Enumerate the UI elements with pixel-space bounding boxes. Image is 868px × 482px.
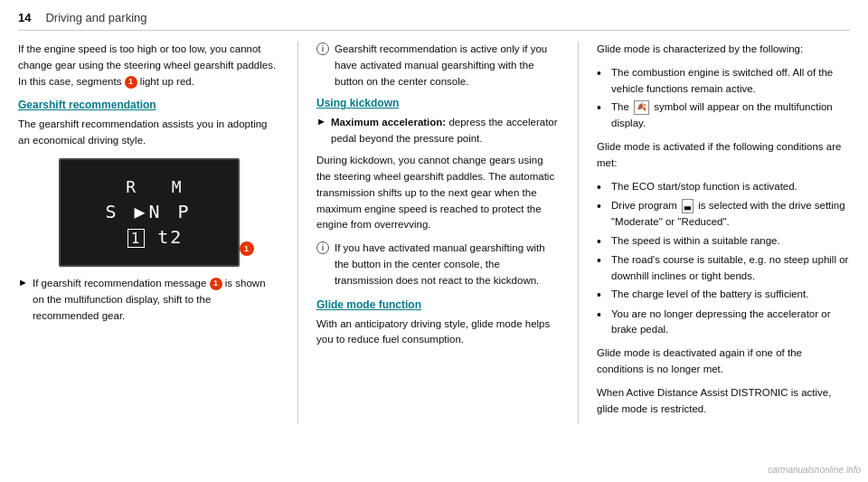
col-middle: i Gearshift recommendation is active onl… bbox=[298, 42, 579, 424]
kickdown-arrow-item: ► Maximum acceleration: depress the acce… bbox=[316, 115, 560, 147]
gear-display: R M S ▶N P 1 t2 bbox=[59, 158, 240, 267]
condition-text-5: The charge level of the battery is suffi… bbox=[611, 287, 808, 303]
condition-1: • The ECO start/stop function is activat… bbox=[597, 179, 850, 195]
drive-program-icon: ▃ bbox=[682, 199, 693, 213]
bullet-item-2: • The 🍂 symbol will appear on the multif… bbox=[597, 99, 850, 132]
glide-bullet-list-1: • The combustion engine is switched off.… bbox=[597, 65, 850, 132]
active-distronic: When Active Distance Assist DISTRONIC is… bbox=[597, 385, 850, 418]
condition-4: • The road's course is suitable, e.g. no… bbox=[597, 252, 850, 285]
glide-heading: Glide mode function bbox=[316, 298, 560, 311]
gear-row3: 1 t2 bbox=[105, 224, 192, 250]
gearshift-heading: Gearshift recommendation bbox=[18, 99, 279, 111]
condition-3: • The speed is within a suitable range. bbox=[597, 233, 850, 250]
intro-paragraph: If the engine speed is too high or too l… bbox=[18, 42, 279, 90]
badge-1-intro: 1 bbox=[125, 76, 137, 89]
condition-text-6: You are no longer depressing the acceler… bbox=[611, 307, 850, 339]
kickdown-bold: Maximum acceleration: bbox=[331, 117, 446, 128]
bullet-text-1: The combustion engine is switched off. A… bbox=[611, 65, 850, 98]
kickdown-arrow-icon: ► bbox=[316, 116, 326, 127]
kickdown-heading: Using kickdown bbox=[316, 97, 560, 109]
bullet-dot-c5: • bbox=[597, 287, 606, 303]
bullet-dot-c3: • bbox=[597, 233, 606, 250]
arrow-icon: ► bbox=[18, 277, 27, 288]
eco-icon: 🍂 bbox=[634, 100, 649, 115]
condition-text-1: The ECO start/stop function is activated… bbox=[611, 179, 797, 195]
kickdown-arrow-text: Maximum acceleration: depress the accele… bbox=[331, 115, 560, 147]
deactivated-text: Glide mode is deactivated again if one o… bbox=[597, 345, 850, 378]
badge-1-overlay: 1 bbox=[240, 241, 254, 256]
conditions-list: • The ECO start/stop function is activat… bbox=[597, 179, 850, 338]
badge-overlay: 1 bbox=[238, 241, 256, 256]
gearshift-body: The gearshift recommendation assists you… bbox=[18, 117, 279, 149]
info-icon-kickdown: i bbox=[316, 241, 329, 254]
kickdown-body: During kickdown, you cannot change gears… bbox=[316, 153, 560, 233]
bullet-dot-c1: • bbox=[597, 179, 606, 195]
page-header: 14 Driving and parking bbox=[18, 11, 850, 31]
page-number: 14 bbox=[18, 11, 31, 24]
col-right: Glide mode is characterized by the follo… bbox=[579, 42, 850, 424]
page-title: Driving and parking bbox=[45, 11, 146, 24]
info-box-top: i Gearshift recommendation is active onl… bbox=[316, 42, 560, 90]
glide-intro: Glide mode is characterized by the follo… bbox=[597, 42, 850, 58]
page-container: 14 Driving and parking If the engine spe… bbox=[0, 0, 868, 482]
info-icon-top: i bbox=[316, 43, 329, 55]
bullet-dot-2: • bbox=[597, 99, 606, 116]
glide-body: With an anticipatory driving style, glid… bbox=[316, 317, 560, 349]
kickdown-info: If you have activated manual gearshiftin… bbox=[335, 241, 560, 288]
arrow-text: If gearshift recommendation message 1 is… bbox=[33, 276, 279, 324]
watermark: carmanualsnonline.info bbox=[768, 465, 861, 475]
gear-text: R M S ▶N P 1 t2 bbox=[105, 175, 192, 249]
condition-text-2: Drive program ▃ is selected with the dri… bbox=[611, 198, 850, 231]
gear-display-container: R M S ▶N P 1 t2 1 bbox=[50, 158, 249, 267]
bullet-dot-c6: • bbox=[597, 307, 606, 323]
info-box-kickdown: i If you have activated manual gearshift… bbox=[316, 241, 560, 288]
condition-text-4: The road's course is suitable, e.g. no s… bbox=[611, 252, 850, 285]
bullet-dot-c2: • bbox=[597, 198, 606, 214]
bullet-dot-1: • bbox=[597, 65, 606, 81]
bullet-dot-c4: • bbox=[597, 252, 606, 269]
gear-row2: S ▶N P bbox=[105, 199, 192, 224]
badge-1-arrow: 1 bbox=[210, 278, 222, 290]
arrow-item: ► If gearshift recommendation message 1 … bbox=[18, 276, 279, 324]
gear-row1: R M bbox=[105, 175, 192, 198]
condition-5: • The charge level of the battery is suf… bbox=[597, 287, 850, 303]
condition-text-3: The speed is within a suitable range. bbox=[611, 233, 780, 250]
info-text-top: Gearshift recommendation is active only … bbox=[335, 42, 560, 90]
condition-2: • Drive program ▃ is selected with the d… bbox=[597, 198, 850, 231]
col-left: If the engine speed is too high or too l… bbox=[18, 42, 298, 424]
columns-layout: If the engine speed is too high or too l… bbox=[18, 42, 850, 424]
bullet-text-2: The 🍂 symbol will appear on the multifun… bbox=[611, 99, 850, 132]
bullet-item-1: • The combustion engine is switched off.… bbox=[597, 65, 850, 98]
condition-6: • You are no longer depressing the accel… bbox=[597, 307, 850, 339]
glide-activated: Glide mode is activated if the following… bbox=[597, 139, 850, 172]
